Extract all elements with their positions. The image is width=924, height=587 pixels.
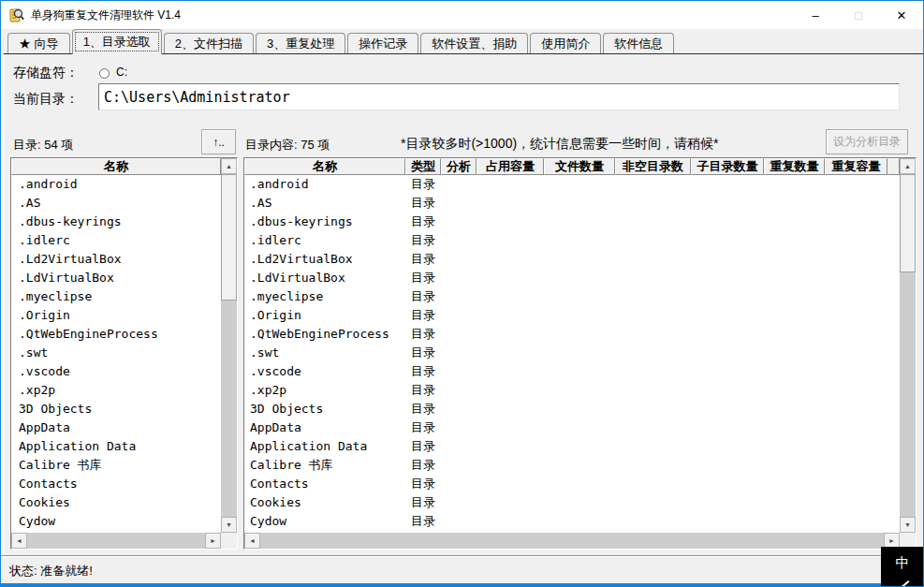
cell-name: AppData bbox=[244, 418, 405, 437]
table-row[interactable]: .swt目录 bbox=[244, 344, 900, 362]
scroll-down-button[interactable]: ▼ bbox=[900, 517, 916, 533]
cell-type: 目录 bbox=[405, 362, 441, 381]
list-item[interactable]: .Origin bbox=[11, 306, 221, 325]
list-item[interactable]: Contacts bbox=[11, 475, 221, 493]
current-directory-label: 当前目录： bbox=[13, 91, 79, 108]
cell-type: 目录 bbox=[405, 213, 441, 231]
table-row[interactable]: Cookies目录 bbox=[244, 493, 900, 512]
cell-name: .AS bbox=[244, 194, 405, 213]
cell-type: 目录 bbox=[405, 381, 441, 400]
cell-name: .vscode bbox=[244, 362, 405, 381]
list-item[interactable]: .myeclipse bbox=[11, 287, 221, 306]
directory-contents-table: 名称类型分析占用容量文件数量非空目录数子目录数量重复数量重复容量 .androi… bbox=[243, 157, 917, 550]
column-header[interactable]: 类型 bbox=[405, 158, 441, 175]
column-header-name[interactable]: 名称 bbox=[11, 158, 221, 175]
list-item[interactable]: AppData bbox=[11, 418, 221, 437]
table-row[interactable]: Application Data目录 bbox=[244, 437, 900, 456]
column-header[interactable]: 文件数量 bbox=[544, 158, 615, 175]
table-row[interactable]: Calibre 书库目录 bbox=[244, 456, 900, 475]
left-panel-title: 目录: 54 项 bbox=[13, 137, 73, 154]
cell-name: Calibre 书库 bbox=[244, 456, 405, 475]
minimize-button[interactable]: – bbox=[794, 1, 837, 29]
list-item[interactable]: .dbus-keyrings bbox=[11, 213, 221, 231]
list-item[interactable]: Application Data bbox=[11, 437, 221, 456]
cell-name: 3D Objects bbox=[244, 400, 405, 418]
drive-selector-label: 存储盘符： bbox=[13, 65, 79, 81]
tab-item[interactable]: 使用简介 bbox=[530, 33, 601, 53]
tab-item[interactable]: 1、目录选取 bbox=[72, 29, 162, 54]
tab-item[interactable]: 软件信息 bbox=[603, 33, 674, 53]
tab-item[interactable]: 软件设置、捐助 bbox=[420, 33, 528, 53]
column-header[interactable]: 占用容量 bbox=[477, 158, 544, 175]
directory-contents-hscrollbar[interactable]: ◄ ► bbox=[244, 533, 900, 549]
scroll-up-button[interactable]: ▲ bbox=[221, 158, 237, 174]
table-row[interactable]: .xp2p目录 bbox=[244, 381, 900, 400]
table-row[interactable]: .LdVirtualBox目录 bbox=[244, 269, 900, 287]
list-item[interactable]: .vscode bbox=[11, 362, 221, 381]
directory-contents-vscrollbar[interactable]: ▲ ▼ bbox=[900, 158, 916, 549]
table-row[interactable]: .dbus-keyrings目录 bbox=[244, 213, 900, 231]
drive-c-radio[interactable] bbox=[99, 68, 110, 79]
list-item[interactable]: .Ld2VirtualBox bbox=[11, 250, 221, 269]
directory-list-hscrollbar[interactable]: ◄ ► bbox=[11, 533, 221, 549]
list-item[interactable]: .AS bbox=[11, 194, 221, 213]
column-header[interactable]: 分析 bbox=[441, 158, 477, 175]
tab-item[interactable]: 操作记录 bbox=[347, 33, 418, 53]
table-row[interactable]: .android目录 bbox=[244, 175, 900, 194]
list-item[interactable]: .swt bbox=[11, 344, 221, 362]
table-row[interactable]: Contacts目录 bbox=[244, 475, 900, 493]
table-row[interactable]: .QtWebEngineProcess目录 bbox=[244, 325, 900, 344]
list-item[interactable]: .idlerc bbox=[11, 231, 221, 250]
directory-list: 名称 .android.AS.dbus-keyrings.idlerc.Ld2V… bbox=[10, 157, 238, 550]
scroll-left-button[interactable]: ◄ bbox=[244, 533, 260, 549]
scroll-left-button[interactable]: ◄ bbox=[11, 533, 27, 549]
tab-item[interactable]: ★ 向导 bbox=[7, 33, 70, 53]
column-header[interactable]: 重复数量 bbox=[764, 158, 825, 175]
cell-name: Cydow bbox=[244, 512, 405, 531]
scrollbar-thumb[interactable] bbox=[221, 174, 237, 301]
table-row[interactable]: .Origin目录 bbox=[244, 306, 900, 325]
cell-type: 目录 bbox=[405, 400, 441, 418]
scroll-track[interactable] bbox=[221, 301, 237, 517]
maximize-button[interactable]: □ bbox=[837, 1, 880, 29]
column-header[interactable]: 子目录数量 bbox=[691, 158, 764, 175]
table-row[interactable]: AppData目录 bbox=[244, 418, 900, 437]
column-header[interactable]: 名称 bbox=[244, 158, 405, 175]
cell-type: 目录 bbox=[405, 475, 441, 493]
scroll-track[interactable] bbox=[27, 533, 205, 549]
scroll-track[interactable] bbox=[260, 533, 884, 549]
list-item[interactable]: Cookies bbox=[11, 493, 221, 512]
scroll-right-button[interactable]: ► bbox=[205, 533, 221, 549]
table-row[interactable]: .Ld2VirtualBox目录 bbox=[244, 250, 900, 269]
list-item[interactable]: Cydow bbox=[11, 512, 221, 531]
list-item[interactable]: Calibre 书库 bbox=[11, 456, 221, 475]
close-button[interactable]: ✕ bbox=[880, 1, 923, 29]
list-item[interactable]: .android bbox=[11, 175, 221, 194]
list-item[interactable]: .LdVirtualBox bbox=[11, 269, 221, 287]
tab-item[interactable]: 2、文件扫描 bbox=[164, 33, 254, 53]
set-analysis-directory-button[interactable]: 设为分析目录 bbox=[826, 129, 908, 154]
scroll-down-button[interactable]: ▼ bbox=[221, 517, 237, 533]
table-row[interactable]: .AS目录 bbox=[244, 194, 900, 213]
list-item[interactable]: 3D Objects bbox=[11, 400, 221, 418]
scrollbar-thumb[interactable] bbox=[900, 174, 916, 272]
cell-name: .LdVirtualBox bbox=[244, 269, 405, 287]
table-row[interactable]: .vscode目录 bbox=[244, 362, 900, 381]
directory-list-vscrollbar[interactable]: ▲ ▼ bbox=[221, 158, 237, 549]
table-row[interactable]: 3D Objects目录 bbox=[244, 400, 900, 418]
tab-item[interactable]: 3、重复处理 bbox=[256, 33, 345, 53]
go-up-directory-button[interactable]: ↑.. bbox=[201, 129, 236, 154]
scroll-up-button[interactable]: ▲ bbox=[900, 158, 916, 174]
cell-type: 目录 bbox=[405, 250, 441, 269]
list-item[interactable]: .xp2p bbox=[11, 381, 221, 400]
cell-type: 目录 bbox=[405, 287, 441, 306]
list-item[interactable]: .QtWebEngineProcess bbox=[11, 325, 221, 344]
column-header[interactable]: 重复容量 bbox=[825, 158, 887, 175]
scroll-track[interactable] bbox=[900, 272, 916, 517]
table-row[interactable]: .myeclipse目录 bbox=[244, 287, 900, 306]
current-directory-input[interactable] bbox=[98, 83, 900, 110]
table-row[interactable]: .idlerc目录 bbox=[244, 231, 900, 250]
column-header[interactable]: 非空目录数 bbox=[615, 158, 691, 175]
table-row[interactable]: Cydow目录 bbox=[244, 512, 900, 531]
cell-type: 目录 bbox=[405, 194, 441, 213]
